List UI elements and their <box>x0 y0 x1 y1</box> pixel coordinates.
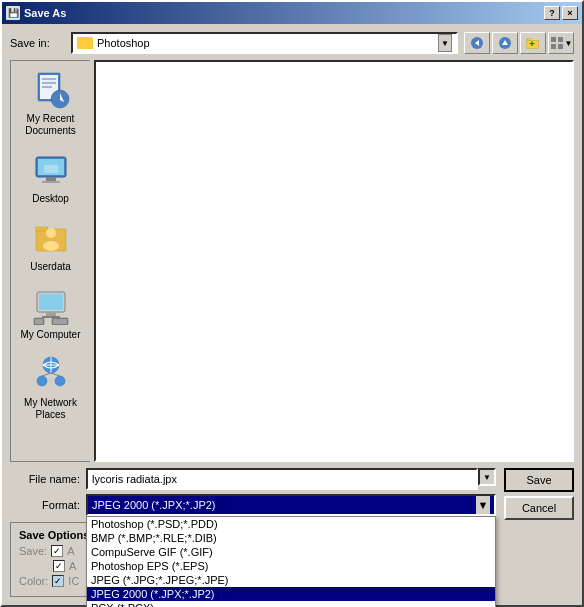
svg-rect-7 <box>551 37 556 42</box>
back-icon <box>470 36 484 50</box>
svg-rect-8 <box>558 37 563 42</box>
color-row: Color: ✓ IC <box>19 575 79 587</box>
svg-text:+: + <box>529 38 535 49</box>
format-selected-value: JPEG 2000 (*.JPX;*.JP2) <box>92 499 216 511</box>
filename-row: File name: lycoris radiata.jpx ▼ <box>10 468 496 490</box>
window-icon: 💾 <box>6 6 20 20</box>
sidebar-recent-label: My Recent Documents <box>15 113 86 137</box>
save-button[interactable]: Save <box>504 468 574 492</box>
up-icon <box>498 36 512 50</box>
nav-view-button[interactable]: ▼ <box>548 32 574 54</box>
svg-rect-20 <box>46 177 56 181</box>
format-dropdown-list[interactable]: Photoshop (*.PSD;*.PDD) BMP (*.BMP;*.RLE… <box>86 516 496 607</box>
network-icon-svg <box>32 355 70 393</box>
recent-icon <box>30 69 72 111</box>
svg-line-40 <box>42 373 51 376</box>
my-computer-icon-svg <box>32 287 70 325</box>
svg-rect-29 <box>46 312 56 316</box>
sidebar-network-label: My Network Places <box>15 397 86 421</box>
save-option-a: A <box>67 545 74 557</box>
color-option-ic: IC <box>68 575 79 587</box>
save-checkbox-1[interactable]: ✓ <box>51 545 63 557</box>
sidebar-computer-label: My Computer <box>20 329 80 341</box>
close-button[interactable]: × <box>562 6 578 20</box>
sidebar-userdata-label: Userdata <box>30 261 71 273</box>
format-option-eps[interactable]: Photoshop EPS (*.EPS) <box>87 559 495 573</box>
options-left: Save: ✓ A ✓ A Color: ✓ <box>19 545 79 590</box>
svg-rect-32 <box>35 319 43 324</box>
nav-up-button[interactable] <box>492 32 518 54</box>
svg-line-41 <box>51 373 60 376</box>
svg-rect-10 <box>558 44 563 49</box>
bottom-section: File name: lycoris radiata.jpx ▼ Format:… <box>10 468 574 597</box>
cancel-button[interactable]: Cancel <box>504 496 574 520</box>
svg-point-25 <box>46 228 56 238</box>
save-row-label: Save: <box>19 545 47 557</box>
sidebar: My Recent Documents Desktop <box>10 60 90 462</box>
format-option-bmp[interactable]: BMP (*.BMP;*.RLE;*.DIB) <box>87 531 495 545</box>
help-button[interactable]: ? <box>544 6 560 20</box>
title-bar-left: 💾 Save As <box>6 6 66 20</box>
desktop-icon-svg <box>32 151 70 189</box>
svg-rect-14 <box>42 82 56 84</box>
svg-point-38 <box>37 376 47 386</box>
save-in-row: Save in: Photoshop ▼ <box>10 32 574 54</box>
svg-rect-30 <box>42 316 60 318</box>
nav-new-folder-button[interactable]: + <box>520 32 546 54</box>
sidebar-item-desktop[interactable]: Desktop <box>11 145 90 209</box>
format-label: Format: <box>10 499 80 511</box>
format-dropdown-arrow[interactable]: ▼ <box>476 496 490 514</box>
sidebar-item-userdata[interactable]: Userdata <box>11 213 90 277</box>
sidebar-item-network[interactable]: My Network Places <box>11 349 90 425</box>
save-cancel-buttons: Save Cancel <box>504 468 574 520</box>
title-bar-buttons: ? × <box>544 6 578 20</box>
format-option-pcx[interactable]: PCX (*.PCX) <box>87 601 495 607</box>
save-in-dropdown[interactable]: Photoshop ▼ <box>71 32 458 54</box>
filename-value: lycoris radiata.jpx <box>92 473 177 485</box>
save-in-dropdown-arrow[interactable]: ▼ <box>438 34 452 52</box>
save-in-label: Save in: <box>10 37 65 49</box>
color-row-label: Color: <box>19 575 48 587</box>
filename-label: File name: <box>10 473 80 485</box>
save-row: Save: ✓ A <box>19 545 79 557</box>
svg-rect-28 <box>39 294 63 310</box>
svg-rect-15 <box>42 86 52 88</box>
save-row-2: ✓ A <box>19 560 79 572</box>
svg-point-26 <box>43 241 59 251</box>
svg-rect-34 <box>53 319 67 324</box>
svg-rect-9 <box>551 44 556 49</box>
view-icon <box>550 36 564 50</box>
title-bar: 💾 Save As ? × <box>2 2 582 24</box>
format-row: Format: JPEG 2000 (*.JPX;*.JP2) ▼ Photos… <box>10 494 496 516</box>
save-option-b: A <box>69 560 76 572</box>
svg-marker-24 <box>36 227 48 231</box>
window-title: Save As <box>24 7 66 19</box>
sidebar-item-recent[interactable]: My Recent Documents <box>11 65 90 141</box>
desktop-icon <box>30 149 72 191</box>
filename-dropdown-arrow[interactable]: ▼ <box>478 468 496 486</box>
sidebar-desktop-label: Desktop <box>32 193 69 205</box>
format-option-jpeg2k[interactable]: JPEG 2000 (*.JPX;*.JP2) <box>87 587 495 601</box>
userdata-icon-svg <box>32 219 70 257</box>
svg-rect-22 <box>44 165 58 173</box>
svg-rect-13 <box>42 78 56 80</box>
nav-back-button[interactable] <box>464 32 490 54</box>
save-as-window: 💾 Save As ? × Save in: Photoshop ▼ <box>0 0 584 607</box>
file-area <box>94 60 574 462</box>
save-in-folder-name: Photoshop <box>97 37 434 49</box>
userdata-icon <box>30 217 72 259</box>
filename-input[interactable]: lycoris radiata.jpx <box>86 468 478 490</box>
svg-point-39 <box>55 376 65 386</box>
network-icon <box>30 353 72 395</box>
color-checkbox[interactable]: ✓ <box>52 575 64 587</box>
svg-rect-21 <box>42 181 60 183</box>
folder-icon <box>77 37 93 49</box>
format-option-gif[interactable]: CompuServe GIF (*.GIF) <box>87 545 495 559</box>
format-dropdown[interactable]: JPEG 2000 (*.JPX;*.JP2) ▼ <box>86 494 496 516</box>
format-option-jpeg[interactable]: JPEG (*.JPG;*.JPEG;*.JPE) <box>87 573 495 587</box>
format-option-psd[interactable]: Photoshop (*.PSD;*.PDD) <box>87 517 495 531</box>
computer-icon <box>30 285 72 327</box>
sidebar-item-computer[interactable]: My Computer <box>11 281 90 345</box>
save-checkbox-2[interactable]: ✓ <box>53 560 65 572</box>
row-fields: File name: lycoris radiata.jpx ▼ Format:… <box>10 468 496 597</box>
